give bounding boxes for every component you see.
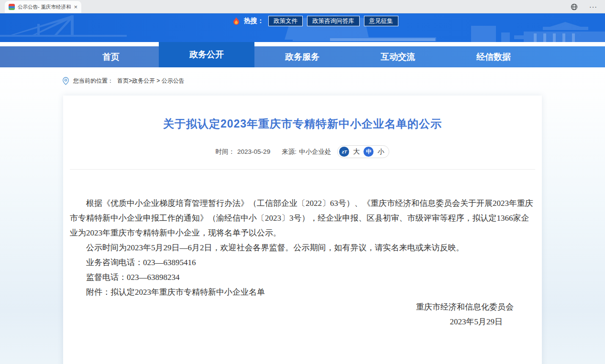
header-banner: 热搜： 政策文件 政策咨询问答库 意见征集	[0, 13, 605, 42]
nav-tab-interaction[interactable]: 互动交流	[350, 46, 446, 67]
paragraph-consult-phone: 业务咨询电话：023—63895416	[70, 255, 535, 270]
browser-tab[interactable]: 公示公告- 重庆市经济和信息... ×	[5, 1, 81, 13]
font-size-medium-button[interactable]: 中	[363, 147, 374, 157]
browser-tab-bar: 公示公告- 重庆市经济和信息... × ···	[0, 0, 605, 13]
location-pin-icon	[62, 77, 69, 85]
site-favicon-icon	[9, 4, 15, 10]
hot-search-item-policy-qa[interactable]: 政策咨询问答库	[307, 16, 360, 26]
nav-tab-home[interactable]: 首页	[63, 46, 159, 67]
breadcrumb: 您当前的位置： 首页>政务公开 > 公示公告	[62, 77, 185, 85]
breadcrumb-path[interactable]: 首页>政务公开 > 公示公告	[117, 77, 185, 85]
meta-source-label: 来源:	[282, 148, 297, 156]
hot-search-bar: 热搜： 政策文件 政策咨询问答库 意见征集	[233, 15, 398, 27]
attachment-link[interactable]: 附件：拟认定2023年重庆市专精特新中小企业名单	[70, 285, 535, 300]
tab-close-icon[interactable]: ×	[74, 4, 77, 10]
signature-date: 2023年5月29日	[70, 314, 535, 329]
article-body: 根据《优质中小企业梯度培育管理暂行办法》（工信部企业〔2022〕63号）、《重庆…	[63, 170, 542, 329]
chrome-actions: ···	[571, 0, 597, 13]
meta-source-value: 中小企业处	[299, 148, 331, 156]
article-meta: 时间： 2023-05-29 来源: 中小企业处 zT 大 中 小	[63, 145, 542, 158]
font-size-icon[interactable]: zT	[339, 147, 349, 157]
page-content: 您当前的位置： 首页>政务公开 > 公示公告 关于拟认定2023年重庆市专精特新…	[0, 67, 605, 364]
paragraph-publicity-period: 公示时间为2023年5月29日—6月2日，欢迎社会各界监督。公示期间，如有异议，…	[70, 240, 535, 255]
font-size-widget: zT 大 中 小	[337, 145, 389, 158]
meta-time-label: 时间：	[216, 148, 235, 156]
font-size-large-button[interactable]: 大	[353, 148, 360, 156]
flame-icon	[233, 17, 240, 25]
nav-tab-data[interactable]: 经信数据	[446, 46, 541, 67]
breadcrumb-prefix: 您当前的位置：	[73, 77, 113, 85]
hot-search-item-policy-files[interactable]: 政策文件	[268, 16, 303, 26]
paragraph-supervise-phone: 监督电话：023—63898234	[70, 270, 535, 285]
article-title: 关于拟认定2023年重庆市专精特新中小企业名单的公示	[82, 117, 523, 131]
globe-icon[interactable]	[571, 3, 578, 11]
hot-search-label: 热搜：	[244, 17, 264, 25]
main-navigation: 首页 政务公开 政务服务 互动交流 经信数据	[0, 42, 605, 67]
nav-tab-gov-services[interactable]: 政务服务	[254, 46, 350, 67]
signature-org: 重庆市经济和信息化委员会	[70, 300, 535, 314]
font-size-small-button[interactable]: 小	[377, 148, 384, 156]
paragraph-basis: 根据《优质中小企业梯度培育管理暂行办法》（工信部企业〔2022〕63号）、《重庆…	[70, 196, 535, 240]
nav-tab-gov-disclosure[interactable]: 政务公开	[159, 42, 254, 67]
more-menu-icon[interactable]: ···	[589, 3, 597, 11]
tab-title: 公示公告- 重庆市经济和信息...	[18, 4, 71, 11]
hot-search-item-opinions[interactable]: 意见征集	[364, 16, 398, 26]
article-card: 关于拟认定2023年重庆市专精特新中小企业名单的公示 时间： 2023-05-2…	[63, 96, 542, 364]
meta-time-value: 2023-05-29	[237, 148, 270, 155]
